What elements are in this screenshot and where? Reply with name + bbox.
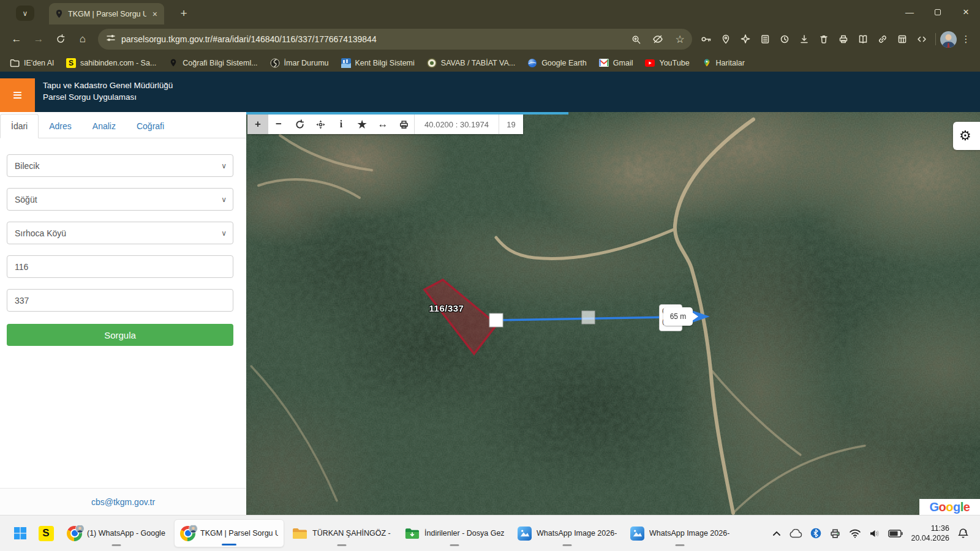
hamburger-menu-button[interactable]: ≡	[0, 78, 35, 112]
bookmark-item[interactable]: YouTube	[645, 58, 689, 68]
parcel-no-input[interactable]	[15, 296, 225, 305]
taskbar-window-folder[interactable]: TÜRKAN ŞAHİNGÖZ - B	[287, 519, 397, 547]
profile-avatar[interactable]	[940, 31, 957, 48]
minimize-button[interactable]: —	[895, 0, 924, 24]
tray-overflow-chevron-icon[interactable]	[772, 531, 781, 536]
zoom-in-button[interactable]: +	[247, 114, 268, 134]
url-bar[interactable]: parselsorgu.tkgm.gov.tr/#ara/idari/14684…	[98, 29, 692, 50]
block-no-input[interactable]	[15, 262, 225, 272]
district-select[interactable]: Söğüt ∨	[7, 188, 233, 211]
bookmark-label: Kent Bilgi Sistemi	[355, 59, 415, 67]
chevron-down-icon: ∨	[221, 195, 227, 204]
reading-list-book-icon[interactable]	[854, 29, 872, 50]
url-text[interactable]: parselsorgu.tkgm.gov.tr/#ara/idari/14684…	[121, 34, 622, 44]
printer-tray-icon[interactable]	[829, 528, 841, 539]
maximize-button[interactable]	[924, 0, 952, 24]
sahibinden-app-button[interactable]: S	[33, 519, 59, 547]
bookmark-item[interactable]: IE'den Al	[10, 58, 54, 68]
bookmark-item[interactable]: İmar Durumu	[270, 58, 329, 68]
measurement-tooltip: 65 m	[663, 307, 693, 326]
tab-close-icon[interactable]: ×	[151, 9, 159, 19]
table-grid-icon[interactable]	[893, 29, 911, 50]
bookmarks-bar: IE'den Al S sahibinden.com - Sa... Coğra…	[0, 54, 980, 72]
sparkle-star-icon[interactable]	[736, 29, 755, 50]
tray-date: 20.04.2026	[911, 533, 949, 543]
map-overlay	[246, 112, 980, 515]
zoom-page-icon[interactable]	[627, 31, 644, 48]
measure-button[interactable]: ↔	[372, 114, 393, 134]
volume-icon[interactable]	[869, 529, 880, 538]
bookmark-label: IE'den Al	[24, 59, 54, 67]
download-icon[interactable]	[795, 29, 813, 50]
notification-bell-icon[interactable]: z	[957, 528, 969, 539]
map-viewport[interactable]: 116/337 6 ( 65 m + − i ★ ↔	[246, 112, 980, 515]
start-button[interactable]	[7, 519, 33, 547]
taskbar-window-photo2[interactable]: WhatsApp Image 2026-	[625, 519, 735, 547]
location-pin-icon[interactable]	[717, 29, 735, 50]
tab-idari[interactable]: İdari	[0, 114, 39, 138]
history-icon[interactable]	[775, 29, 794, 50]
eye-off-icon[interactable]	[649, 31, 666, 48]
reload-button[interactable]	[50, 29, 71, 50]
system-tray: 11:36 20.04.2026 z	[772, 523, 973, 543]
favorite-button[interactable]: ★	[352, 114, 372, 134]
chevron-down-icon: ∨	[221, 229, 227, 238]
bookmark-star-icon[interactable]: ☆	[671, 31, 688, 48]
query-sidebar: İdari Adres Analiz Coğrafi Bilecik ∨ Söğ…	[0, 112, 246, 515]
taskbar-window-downloads[interactable]: İndirilenler - Dosya Gez	[399, 519, 510, 547]
zoom-out-button[interactable]: −	[268, 114, 289, 134]
bookmark-item[interactable]: Haritalar	[702, 58, 745, 68]
print-icon	[399, 119, 409, 130]
main-content: İdari Adres Analiz Coğrafi Bilecik ∨ Söğ…	[0, 112, 980, 515]
contact-email-link[interactable]: cbs@tkgm.gov.tr	[91, 497, 155, 507]
new-tab-button[interactable]: +	[175, 5, 192, 22]
map-toolbar: + − i ★ ↔ 40.0200 : 30.1974 19	[247, 114, 523, 134]
taskbar-window-whatsapp-chrome[interactable]: (1) WhatsApp - Google C	[61, 519, 172, 547]
info-button[interactable]: i	[331, 114, 352, 134]
tab-cografi[interactable]: Coğrafi	[126, 114, 175, 138]
bookmark-item[interactable]: S sahibinden.com - Sa...	[66, 58, 156, 68]
browser-tab[interactable]: TKGM | Parsel Sorgu Uygulama ×	[49, 3, 164, 24]
taskbar-window-tkgm[interactable]: TKGM | Parsel Sorgu Uy	[174, 519, 284, 547]
taskbar-window-photo1[interactable]: WhatsApp Image 2026-	[512, 519, 622, 547]
printer-icon[interactable]	[834, 29, 853, 50]
map-settings-panel[interactable]: ⚙	[953, 122, 980, 150]
bookmark-item[interactable]: Coğrafi Bilgi Sisteml...	[168, 58, 257, 68]
parcel-no-field-wrap	[7, 289, 233, 312]
chevron-down-icon: ∨	[23, 9, 28, 18]
village-select[interactable]: Sırhoca Köyü ∨	[7, 222, 233, 244]
onedrive-cloud-icon[interactable]	[789, 529, 802, 538]
province-select[interactable]: Bilecik ∨	[7, 154, 233, 177]
screen: ∨ TKGM | Parsel Sorgu Uygulama × + — × ←…	[0, 0, 980, 551]
tab-search-button[interactable]: ∨	[16, 6, 34, 21]
earth-icon	[527, 58, 537, 68]
pan-button[interactable]	[310, 114, 331, 134]
wifi-icon[interactable]	[849, 529, 861, 538]
bookmark-item[interactable]: Google Earth	[527, 58, 587, 68]
print-button[interactable]	[393, 114, 414, 134]
close-button[interactable]: ×	[952, 0, 980, 24]
site-info-icon[interactable]	[105, 32, 116, 46]
trash-icon[interactable]	[815, 29, 833, 50]
refresh-button[interactable]	[289, 114, 310, 134]
app-header: ≡ Tapu ve Kadastro Genel Müdürlüğü Parse…	[0, 72, 980, 112]
forward-button[interactable]: →	[28, 29, 49, 50]
tab-adres[interactable]: Adres	[39, 114, 82, 138]
bookmark-item[interactable]: Gmail	[599, 58, 633, 68]
query-button[interactable]: Sorgula	[7, 324, 233, 346]
notes-list-icon[interactable]	[756, 29, 774, 50]
home-button[interactable]: ⌂	[72, 29, 93, 50]
app-title-line1: Tapu ve Kadastro Genel Müdürlüğü	[43, 80, 173, 91]
battery-icon[interactable]	[888, 530, 903, 538]
browser-menu-icon[interactable]: ⋮	[958, 29, 974, 50]
bookmark-item[interactable]: Kent Bilgi Sistemi	[341, 58, 415, 68]
link-icon[interactable]	[873, 29, 892, 50]
bookmark-item[interactable]: SAVAB / TABİAT VA...	[427, 58, 515, 68]
sahibinden-icon: S	[66, 58, 76, 68]
bluetooth-icon[interactable]	[810, 528, 821, 539]
key-icon[interactable]	[697, 29, 715, 50]
tray-clock[interactable]: 11:36 20.04.2026	[911, 523, 949, 543]
back-button[interactable]: ←	[6, 29, 27, 50]
tab-analiz[interactable]: Analiz	[82, 114, 126, 138]
code-icon[interactable]	[913, 29, 931, 50]
